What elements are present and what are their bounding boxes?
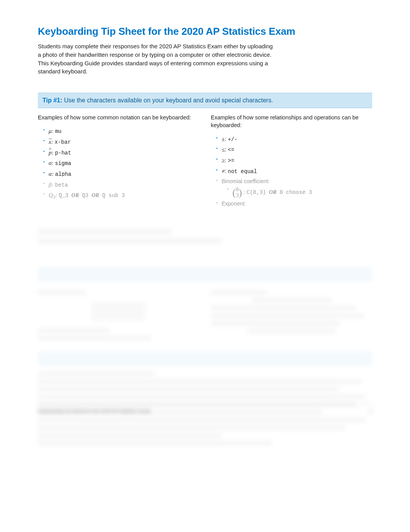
list-item: p: p-hat: [43, 148, 199, 158]
right-column-desc: Examples of how some relationships and o…: [211, 114, 372, 129]
symbol-pm: ±: [222, 136, 225, 142]
list-item: ≤: <=: [216, 145, 372, 155]
list-item: μ: mu: [43, 127, 199, 136]
exponent-label: Exponent:: [222, 201, 246, 207]
list-item: x: x-bar: [43, 138, 199, 147]
list-item: α: alpha: [43, 170, 199, 179]
kbd-beta: beta: [55, 182, 68, 188]
left-column-desc: Examples of how some common notation can…: [38, 114, 199, 121]
symbol-alpha: α: [49, 171, 52, 177]
tip-1-text: Use the characters available on your key…: [64, 97, 273, 104]
kbd-binom-1: C(8,3): [247, 189, 266, 195]
list-item-binomial: Binomial coefficient: (83) : C(8,3) OR 8…: [216, 177, 372, 198]
intro-paragraph: Students may complete their responses fo…: [38, 42, 277, 76]
left-column: Examples of how some common notation can…: [38, 114, 199, 210]
list-item: β: beta: [43, 180, 199, 190]
kbd-mu: mu: [55, 128, 61, 134]
right-column: Examples of how some relationships and o…: [211, 114, 372, 210]
tip-1-label: Tip #1:: [42, 97, 62, 104]
kbd-binom-2: 8 choose 3: [280, 189, 312, 195]
or-text: OR: [70, 192, 80, 198]
operations-list: ±: +/- ≤: <= ≥: >= ≠: not equal Binomial…: [211, 135, 372, 208]
binomial-symbol: (83): [232, 187, 242, 198]
kbd-ge: >=: [228, 158, 234, 164]
page-title: Keyboarding Tip Sheet for the 2020 AP St…: [38, 25, 372, 37]
kbd-le: <=: [228, 147, 234, 153]
kbd-ne: not equal: [228, 168, 257, 175]
or-text: OR: [90, 192, 100, 198]
list-item: ≠: not equal: [216, 167, 372, 176]
kbd-q3-3: Q sub 3: [102, 192, 125, 199]
list-item: ≥: >=: [216, 156, 372, 165]
footer-page-number: 1: [369, 408, 372, 414]
list-item: Q3: Q_3 OR Q3 OR Q sub 3: [43, 191, 199, 201]
list-item: (83) : C(8,3) OR 8 choose 3: [227, 187, 372, 198]
symbol-ge: ≥: [222, 157, 225, 163]
page-footer: Keyboarding Tip Sheet for the 2020 AP St…: [38, 404, 372, 414]
list-item: ±: +/-: [216, 135, 372, 144]
tip-1-header: Tip #1: Use the characters available on …: [38, 93, 372, 108]
symbol-phat: p: [49, 148, 52, 157]
footer-title: Keyboarding Tip Sheet for the 2020 AP St…: [38, 408, 151, 414]
kbd-pm: +/-: [228, 136, 237, 143]
kbd-q3-2: Q3: [82, 192, 88, 199]
list-item-exponent: Exponent:: [216, 200, 372, 208]
symbol-q3: Q3: [49, 192, 55, 198]
symbol-mu: μ: [49, 128, 52, 134]
list-item: σ: sigma: [43, 159, 199, 168]
symbol-ne: ≠: [222, 168, 225, 174]
kbd-alpha: alpha: [55, 171, 71, 177]
binomial-label: Binomial coefficient:: [222, 178, 269, 184]
kbd-q3-1: Q_3: [59, 192, 68, 199]
symbol-le: ≤: [222, 146, 225, 153]
kbd-xbar: x-bar: [55, 139, 71, 145]
kbd-sigma: sigma: [55, 160, 71, 167]
or-text: OR: [268, 189, 278, 195]
notation-list: μ: mu x: x-bar p: p-hat σ: sigma α: al: [38, 127, 199, 201]
kbd-phat: p-hat: [55, 150, 71, 156]
